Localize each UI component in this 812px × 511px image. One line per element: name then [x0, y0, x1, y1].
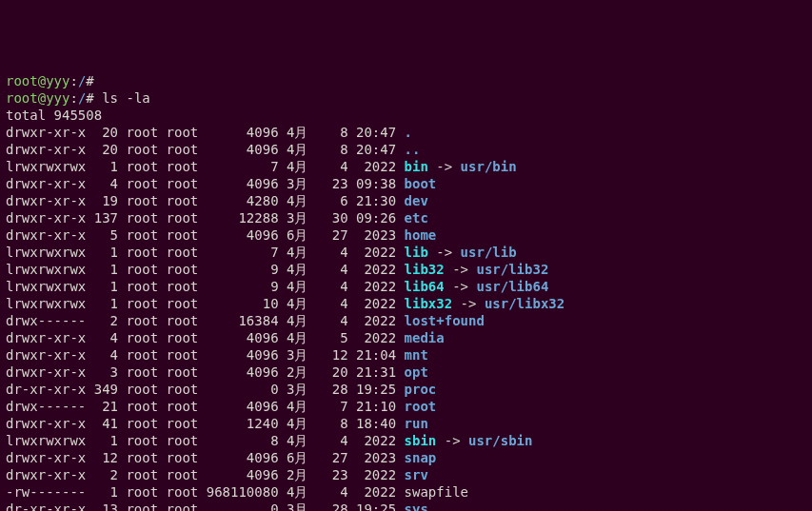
file-name: .. — [405, 142, 421, 157]
ls-row: drwxr-xr-x 41 root root 1240 4月 8 18:40 … — [6, 415, 806, 432]
file-name: home — [405, 227, 437, 243]
file-name: mnt — [405, 347, 428, 363]
file-name: srv — [405, 467, 428, 482]
ls-row: drwxr-xr-x 4 root root 4096 4月 5 2022 me… — [6, 329, 806, 346]
ls-row: drwxr-xr-x 12 root root 4096 6月 27 2023 … — [6, 449, 806, 466]
file-name: run — [405, 416, 428, 431]
ls-meta: drwxr-xr-x 20 root root 4096 4月 8 20:47 — [6, 125, 405, 140]
prompt-colon: : — [69, 90, 77, 106]
prompt-line[interactable]: root@yyy:/# — [6, 72, 806, 89]
ls-row: drwxr-xr-x 2 root root 4096 2月 23 2022 s… — [6, 466, 806, 483]
ls-meta: lrwxrwxrwx 1 root root 10 4月 4 2022 — [6, 296, 405, 311]
symlink-target: usr/lib32 — [476, 262, 548, 277]
ls-meta: drwxr-xr-x 12 root root 4096 6月 27 2023 — [6, 450, 405, 465]
file-name: opt — [405, 364, 428, 380]
symlink-target: usr/sbin — [468, 433, 532, 448]
symlink-arrow: -> — [428, 245, 461, 260]
ls-row: drwxr-xr-x 3 root root 4096 2月 20 21:31 … — [6, 364, 806, 381]
file-name: sbin — [405, 433, 437, 448]
ls-meta: drwxr-xr-x 137 root root 12288 3月 30 09:… — [6, 210, 405, 226]
prompt-hash: # — [86, 90, 102, 106]
file-name: lib64 — [405, 279, 445, 294]
file-name: sys — [405, 501, 428, 511]
terminal-output[interactable]: root@yyy:/# root@yyy:/# ls -latotal 9455… — [6, 72, 806, 511]
file-name: lib32 — [405, 262, 445, 277]
ls-meta: drwxr-xr-x 5 root root 4096 6月 27 2023 — [6, 227, 405, 243]
file-name: root — [405, 399, 437, 414]
command-text: ls -la — [102, 90, 150, 106]
symlink-arrow: -> — [445, 262, 477, 277]
total-line: total 945508 — [6, 107, 806, 124]
symlink-arrow: -> — [436, 433, 468, 448]
ls-meta: drwxr-xr-x 3 root root 4096 2月 20 21:31 — [6, 364, 405, 380]
ls-meta: lrwxrwxrwx 1 root root 7 4月 4 2022 — [6, 159, 405, 174]
ls-meta: drwx------ 21 root root 4096 4月 7 21:10 — [6, 399, 405, 414]
file-name: media — [405, 330, 445, 345]
symlink-target: usr/lib — [461, 245, 517, 260]
symlink-arrow: -> — [452, 296, 485, 311]
ls-meta: drwx------ 2 root root 16384 4月 4 2022 — [6, 313, 405, 328]
ls-row: -rw------- 1 root root 968110080 4月 4 20… — [6, 483, 806, 501]
ls-row: drwxr-xr-x 4 root root 4096 3月 12 21:04 … — [6, 346, 806, 364]
ls-row: dr-xr-xr-x 13 root root 0 3月 28 19:25 sy… — [6, 501, 806, 511]
file-name: snap — [405, 450, 437, 465]
ls-row: drwxr-xr-x 5 root root 4096 6月 27 2023 h… — [6, 226, 806, 244]
symlink-target: usr/lib64 — [476, 279, 548, 294]
ls-row: lrwxrwxrwx 1 root root 9 4月 4 2022 lib32… — [6, 261, 806, 278]
file-name: proc — [405, 382, 437, 397]
ls-meta: drwxr-xr-x 19 root root 4280 4月 6 21:30 — [6, 193, 405, 208]
file-name: bin — [405, 159, 428, 174]
ls-row: lrwxrwxrwx 1 root root 7 4月 4 2022 bin -… — [6, 158, 806, 175]
ls-row: dr-xr-xr-x 349 root root 0 3月 28 19:25 p… — [6, 381, 806, 398]
ls-row: drwxr-xr-x 19 root root 4280 4月 6 21:30 … — [6, 192, 806, 209]
ls-row: drwxr-xr-x 4 root root 4096 3月 23 09:38 … — [6, 175, 806, 192]
file-name: lost+found — [405, 313, 485, 328]
ls-meta: lrwxrwxrwx 1 root root 9 4月 4 2022 — [6, 279, 405, 294]
symlink-target: usr/bin — [461, 159, 517, 174]
ls-meta: drwxr-xr-x 4 root root 4096 4月 5 2022 — [6, 330, 405, 345]
symlink-arrow: -> — [445, 279, 477, 294]
ls-meta: lrwxrwxrwx 1 root root 9 4月 4 2022 — [6, 262, 405, 277]
file-name: lib — [405, 245, 428, 260]
symlink-arrow: -> — [428, 159, 461, 174]
file-name: dev — [405, 193, 428, 208]
symlink-target: usr/libx32 — [485, 296, 564, 311]
ls-meta: dr-xr-xr-x 349 root root 0 3月 28 19:25 — [6, 382, 405, 397]
ls-meta: drwxr-xr-x 20 root root 4096 4月 8 20:47 — [6, 142, 405, 157]
ls-meta: lrwxrwxrwx 1 root root 8 4月 4 2022 — [6, 433, 405, 448]
prompt-hash: # — [86, 73, 102, 88]
ls-meta: lrwxrwxrwx 1 root root 7 4月 4 2022 — [6, 245, 405, 260]
file-name: boot — [405, 176, 437, 191]
ls-row: lrwxrwxrwx 1 root root 10 4月 4 2022 libx… — [6, 295, 806, 312]
file-name: libx32 — [405, 296, 453, 311]
prompt-user: root@yyy — [6, 73, 69, 88]
file-name: . — [405, 125, 412, 140]
prompt-line[interactable]: root@yyy:/# ls -la — [6, 89, 806, 107]
ls-meta: dr-xr-xr-x 13 root root 0 3月 28 19:25 — [6, 501, 405, 511]
ls-row: drwxr-xr-x 20 root root 4096 4月 8 20:47 … — [6, 124, 806, 141]
ls-row: lrwxrwxrwx 1 root root 9 4月 4 2022 lib64… — [6, 278, 806, 295]
ls-meta: drwxr-xr-x 2 root root 4096 2月 23 2022 — [6, 467, 405, 482]
ls-meta: -rw------- 1 root root 968110080 4月 4 20… — [6, 484, 405, 500]
ls-meta: drwxr-xr-x 4 root root 4096 3月 23 09:38 — [6, 176, 405, 191]
ls-row: drwx------ 2 root root 16384 4月 4 2022 l… — [6, 312, 806, 329]
ls-row: lrwxrwxrwx 1 root root 7 4月 4 2022 lib -… — [6, 244, 806, 261]
ls-row: drwxr-xr-x 137 root root 12288 3月 30 09:… — [6, 209, 806, 226]
ls-row: drwxr-xr-x 20 root root 4096 4月 8 20:47 … — [6, 141, 806, 158]
ls-row: lrwxrwxrwx 1 root root 8 4月 4 2022 sbin … — [6, 432, 806, 449]
prompt-user: root@yyy — [6, 90, 69, 106]
file-name: swapfile — [405, 484, 468, 500]
prompt-colon: : — [69, 73, 77, 88]
file-name: etc — [405, 210, 428, 226]
ls-row: drwx------ 21 root root 4096 4月 7 21:10 … — [6, 398, 806, 415]
ls-meta: drwxr-xr-x 41 root root 1240 4月 8 18:40 — [6, 416, 405, 431]
ls-meta: drwxr-xr-x 4 root root 4096 3月 12 21:04 — [6, 347, 405, 363]
